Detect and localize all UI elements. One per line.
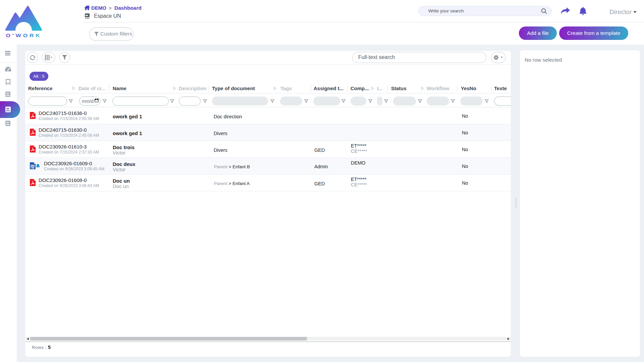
svg-text:O'WORK: O'WORK bbox=[6, 33, 42, 38]
